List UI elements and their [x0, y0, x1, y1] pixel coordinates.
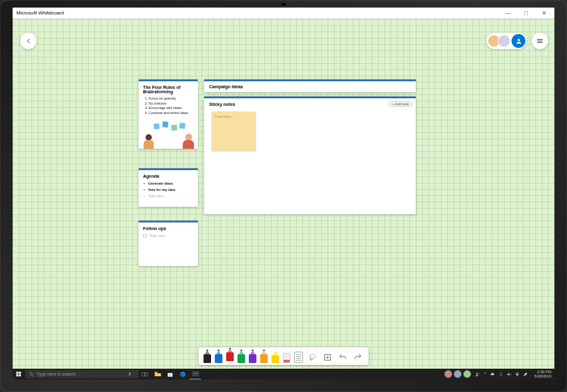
pen-tool[interactable]	[226, 347, 234, 361]
system-tray[interactable]: ⌃	[472, 372, 531, 377]
agenda-add-placeholder[interactable]: Type here...	[143, 194, 193, 198]
back-button[interactable]	[20, 33, 37, 49]
rules-title: The Four Rules of Brainstorming	[143, 85, 193, 94]
tray-chevron-icon[interactable]: ⌃	[483, 372, 487, 377]
insert-button[interactable]	[322, 352, 333, 363]
taskbar-search[interactable]: Type here to search	[25, 370, 139, 378]
people-icon[interactable]	[475, 372, 480, 377]
svg-rect-18	[170, 375, 171, 376]
svg-point-8	[30, 372, 32, 375]
pen-toolbar	[198, 347, 369, 365]
svg-rect-17	[169, 375, 169, 376]
checkbox-icon	[143, 234, 147, 238]
lasso-tool[interactable]	[307, 352, 318, 363]
svg-rect-16	[170, 374, 171, 374]
svg-rect-15	[169, 374, 169, 374]
pen-tool[interactable]	[260, 349, 268, 363]
rules-list: Focus on quantity No criticism Encourage…	[143, 96, 193, 116]
pen-tool[interactable]	[238, 349, 245, 363]
svg-rect-7	[18, 374, 20, 376]
svg-point-22	[478, 373, 479, 374]
highlighter-tool[interactable]	[272, 350, 279, 363]
window-titlebar: Microsoft Whiteboard — □ ✕	[13, 8, 554, 19]
sticky-title: Sticky notes	[209, 102, 235, 107]
svg-rect-5	[18, 372, 20, 374]
svg-line-9	[32, 375, 33, 376]
svg-rect-6	[16, 374, 18, 376]
followups-title: Follow ups	[143, 226, 193, 231]
svg-rect-14	[168, 372, 173, 376]
rules-card[interactable]: The Four Rules of Brainstorming Focus on…	[139, 79, 198, 149]
collaborators-pill[interactable]	[486, 33, 527, 49]
campaign-title: Campaign Ideas	[204, 81, 416, 92]
undo-button[interactable]	[337, 352, 348, 363]
volume-icon[interactable]	[507, 372, 512, 377]
window-close-button[interactable]: ✕	[538, 10, 551, 16]
taskbar-clock[interactable]: 2:30 PM 5/28/2019	[531, 370, 554, 378]
agenda-item[interactable]: Vote for top idea	[143, 188, 193, 192]
eraser-tool[interactable]	[283, 353, 290, 363]
task-view-button[interactable]	[139, 369, 151, 379]
invite-button[interactable]	[512, 34, 525, 48]
pen-tray-icon[interactable]	[523, 372, 528, 377]
taskbar-avatar[interactable]	[444, 370, 452, 378]
pen-tool[interactable]	[203, 349, 211, 363]
svg-rect-10	[129, 372, 130, 375]
mic-icon[interactable]	[127, 372, 132, 377]
svg-point-0	[309, 354, 315, 358]
brainstorm-illustration	[139, 120, 198, 149]
store-icon[interactable]	[164, 369, 176, 379]
collaborator-avatar	[498, 35, 510, 47]
svg-point-21	[476, 372, 478, 374]
svg-rect-13	[154, 372, 157, 373]
taskbar-avatar[interactable]	[454, 370, 462, 378]
svg-rect-4	[16, 372, 18, 374]
whiteboard-app-icon[interactable]	[190, 369, 201, 379]
search-icon	[29, 372, 34, 377]
window-maximize-button[interactable]: □	[521, 10, 532, 16]
start-button[interactable]	[13, 369, 24, 379]
ruler-tool[interactable]	[294, 352, 303, 363]
agenda-item[interactable]: Generate ideas	[143, 182, 193, 185]
file-explorer-icon[interactable]	[152, 369, 163, 379]
agenda-title: Agenda	[143, 174, 193, 178]
edge-icon[interactable]	[177, 369, 188, 379]
svg-rect-11	[142, 372, 145, 376]
redo-button[interactable]	[352, 352, 364, 363]
onedrive-icon[interactable]	[490, 372, 495, 377]
taskbar-avatar[interactable]	[463, 370, 471, 378]
add-note-button[interactable]: + Add note	[388, 101, 413, 107]
followups-card[interactable]: Follow ups Type here...	[139, 221, 198, 266]
window-minimize-button[interactable]: —	[501, 10, 515, 16]
svg-rect-12	[145, 372, 147, 376]
sticky-notes-card[interactable]: Sticky notes + Add note Draw here...	[204, 96, 416, 214]
windows-taskbar: Type here to search	[13, 369, 554, 379]
bluetooth-icon[interactable]	[498, 372, 503, 377]
sticky-note[interactable]: Draw here...	[212, 112, 256, 151]
agenda-card[interactable]: Agenda Generate ideas Vote for top idea …	[139, 168, 198, 207]
network-icon[interactable]	[515, 372, 520, 377]
window-title: Microsoft Whiteboard	[16, 10, 64, 16]
settings-menu-button[interactable]	[532, 33, 548, 49]
pen-tool[interactable]	[215, 349, 222, 363]
followup-add-placeholder[interactable]: Type here...	[143, 234, 193, 238]
campaign-card-header[interactable]: Campaign Ideas	[204, 79, 416, 92]
pen-tool[interactable]	[249, 349, 256, 363]
sticky-placeholder: Draw here...	[215, 115, 234, 118]
whiteboard-canvas[interactable]: The Four Rules of Brainstorming Focus on…	[13, 19, 554, 369]
